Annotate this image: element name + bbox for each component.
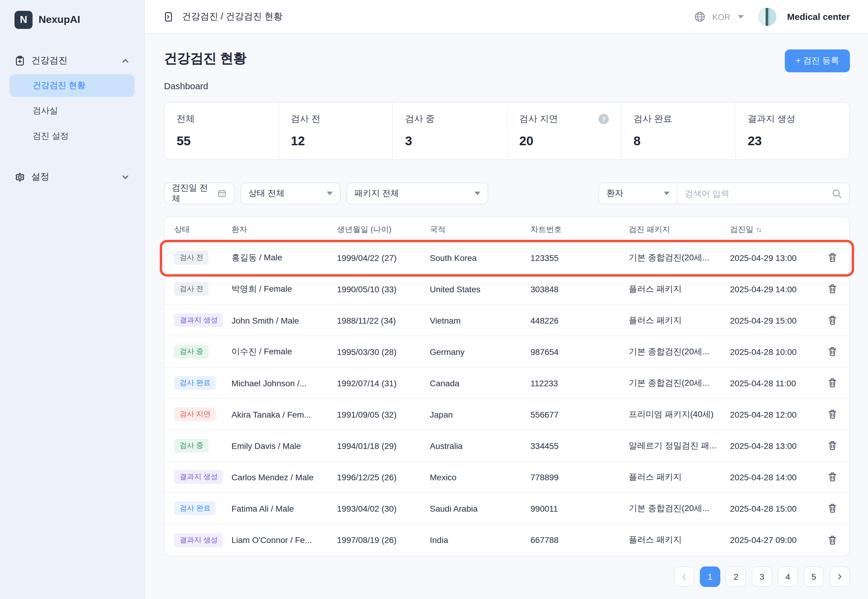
trash-icon <box>827 472 837 482</box>
cell-date: 2025-04-28 14:00 <box>730 472 814 482</box>
col-package: 검진 패키지 <box>629 224 730 235</box>
cell-birth: 1991/09/05 (32) <box>337 409 430 419</box>
table-row[interactable]: 검사 전 박영희 / Female 1990/05/10 (33) United… <box>164 274 849 305</box>
page-button-3[interactable]: 3 <box>752 566 772 587</box>
search-input[interactable] <box>685 189 832 198</box>
sidebar-section-settings[interactable]: 설정 <box>10 166 134 188</box>
table-row[interactable]: 검사 전 홍길동 / Male 1999/04/22 (27) South Ko… <box>164 242 849 274</box>
sidebar-item-lab[interactable]: 검사실 <box>10 99 134 122</box>
page-button-4[interactable]: 4 <box>778 566 798 587</box>
trash-icon <box>827 409 837 420</box>
delete-row-button[interactable] <box>827 315 840 325</box>
cell-birth: 1997/08/19 (26) <box>337 535 430 545</box>
cell-package: 알레르기 정밀검진 패... <box>629 440 730 451</box>
table-row[interactable]: 검사 중 Emily Davis / Male 1994/01/18 (29) … <box>164 430 849 462</box>
dropdown-caret-icon <box>327 192 333 195</box>
cell-date: 2025-04-29 14:00 <box>730 284 814 294</box>
delete-row-button[interactable] <box>827 253 840 263</box>
cell-patient: Liam O'Connor / Fe... <box>232 535 337 545</box>
trash-icon <box>827 315 837 325</box>
col-chart-no: 차트번호 <box>530 224 629 235</box>
delete-row-button[interactable] <box>827 441 840 451</box>
table-row[interactable]: 검사 완료 Fatima Ali / Male 1993/04/02 (30) … <box>164 493 849 524</box>
cell-date: 2025-04-29 13:00 <box>730 253 814 262</box>
stat-value: 55 <box>176 134 266 148</box>
search-category-select[interactable]: 환자 <box>599 183 678 204</box>
table-row[interactable]: 검사 중 이수진 / Female 1995/03/30 (28) German… <box>164 336 849 367</box>
status-filter-select[interactable]: 상태 전체 <box>241 183 341 204</box>
delete-row-button[interactable] <box>827 284 840 294</box>
col-nationality: 국적 <box>430 224 530 235</box>
chevron-up-icon[interactable] <box>121 56 130 65</box>
cell-package: 기본 종합검진(20세... <box>629 252 730 263</box>
help-icon[interactable]: ? <box>598 114 609 124</box>
account-avatar[interactable] <box>758 8 776 26</box>
cell-package: 기본 종합검진(20세... <box>629 346 730 357</box>
cell-chart-no: 112233 <box>530 378 629 388</box>
page-subtitle: Dashboard <box>164 81 246 91</box>
prev-page-button[interactable] <box>674 566 695 587</box>
col-patient: 환자 <box>232 224 337 235</box>
table-row[interactable]: 결과지 생성 Liam O'Connor / Fe... 1997/08/19 … <box>164 524 849 555</box>
table-row[interactable]: 검사 지연 Akira Tanaka / Fem... 1991/09/05 (… <box>164 399 849 430</box>
status-badge: 검사 중 <box>174 345 209 358</box>
delete-row-button[interactable] <box>827 503 840 513</box>
brand-logo[interactable]: N NexupAI <box>10 11 134 29</box>
calendar-icon <box>218 189 227 198</box>
cell-chart-no: 778899 <box>530 472 629 482</box>
trash-icon <box>827 535 837 545</box>
delete-row-button[interactable] <box>827 346 840 357</box>
delete-row-button[interactable] <box>827 409 840 420</box>
register-checkup-button[interactable]: + 검진 등록 <box>785 50 850 72</box>
sidebar-collapse-icon[interactable] <box>164 11 175 22</box>
account-name[interactable]: Medical center <box>787 12 850 22</box>
cell-date: 2025-04-28 10:00 <box>730 347 814 357</box>
cell-patient: 홍길동 / Male <box>232 252 337 263</box>
page-button-2[interactable]: 2 <box>726 566 746 587</box>
page-button-1[interactable]: 1 <box>700 566 720 587</box>
stat-label: 결과지 생성 <box>748 113 796 125</box>
main-area: 건강검진 / 건강검진 현황 KOR Medical center 건강검진 현… <box>145 0 868 599</box>
cell-chart-no: 448226 <box>530 316 629 325</box>
search-icon[interactable] <box>832 188 842 199</box>
stat-label: 검사 전 <box>291 113 320 125</box>
page-button-5[interactable]: 5 <box>803 566 824 587</box>
table-row[interactable]: 결과지 생성 Carlos Mendez / Male 1996/12/25 (… <box>164 462 849 493</box>
brand-logo-icon: N <box>15 11 33 29</box>
language-selector[interactable]: KOR <box>712 12 731 21</box>
delete-row-button[interactable] <box>827 535 840 545</box>
stat-value: 12 <box>291 134 380 148</box>
table-row[interactable]: 결과지 생성 John Smith / Male 1988/11/22 (34)… <box>164 305 849 336</box>
cell-nationality: Japan <box>430 409 530 419</box>
col-birth: 생년월일 (나이) <box>337 224 430 235</box>
sidebar-item-checkup-status[interactable]: 건강검진 현황 <box>10 74 134 97</box>
stat-label: 검사 완료 <box>633 113 672 125</box>
delete-row-button[interactable] <box>827 472 840 482</box>
stat-card: 전체 ? 55 <box>164 102 279 159</box>
package-filter-select[interactable]: 패키지 전체 <box>347 183 488 204</box>
cell-patient: Akira Tanaka / Fem... <box>232 409 337 419</box>
status-badge: 검사 완료 <box>174 501 216 515</box>
clipboard-plus-icon <box>15 55 25 66</box>
next-page-button[interactable] <box>829 566 850 587</box>
sort-icon[interactable]: ↑↓ <box>756 225 761 233</box>
table-row[interactable]: 검사 완료 Michael Johnson /... 1992/07/14 (3… <box>164 367 849 399</box>
stat-value: 8 <box>633 134 723 148</box>
sidebar-item-checkup-settings[interactable]: 검진 설정 <box>10 125 134 147</box>
cell-chart-no: 990011 <box>530 504 629 513</box>
sidebar-section-health-checkup[interactable]: 건강검진 <box>10 50 134 72</box>
stat-value: 20 <box>519 134 609 148</box>
dropdown-caret-icon <box>664 192 670 195</box>
language-caret-icon[interactable] <box>738 15 744 18</box>
breadcrumb: 건강검진 / 건강검진 현황 <box>182 11 282 22</box>
sidebar-section-label: 건강검진 <box>31 55 115 66</box>
delete-row-button[interactable] <box>827 378 840 388</box>
date-filter-button[interactable]: 검진일 전체 <box>164 183 235 204</box>
cell-birth: 1992/07/14 (31) <box>337 378 430 388</box>
status-badge: 검사 전 <box>174 282 209 296</box>
topbar: 건강검진 / 건강검진 현황 KOR Medical center <box>145 0 868 34</box>
chevron-down-icon[interactable] <box>121 173 130 181</box>
gear-icon <box>15 172 25 182</box>
sidebar-spacer <box>10 150 134 166</box>
stat-label: 검사 지연 <box>519 113 558 125</box>
